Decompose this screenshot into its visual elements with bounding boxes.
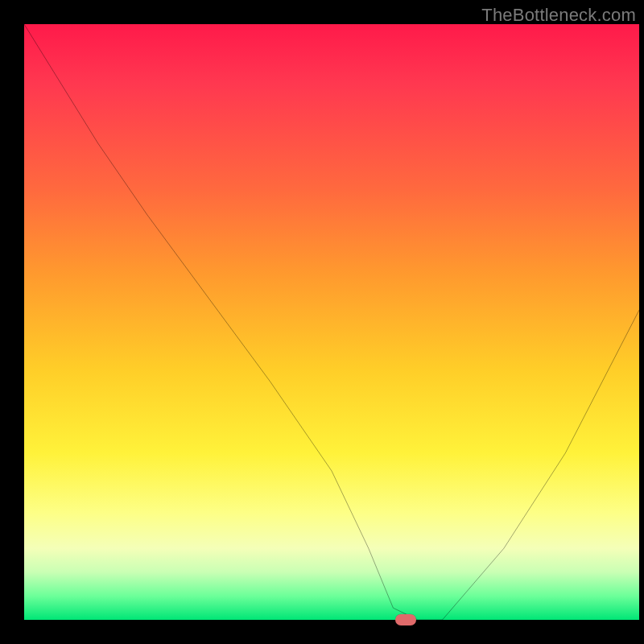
watermark-text: TheBottleneck.com	[481, 5, 636, 26]
plot-area	[24, 24, 639, 620]
curve-svg	[24, 24, 639, 620]
minimum-marker	[395, 614, 416, 625]
bottleneck-curve	[24, 24, 639, 620]
chart-stage: TheBottleneck.com	[0, 0, 644, 644]
